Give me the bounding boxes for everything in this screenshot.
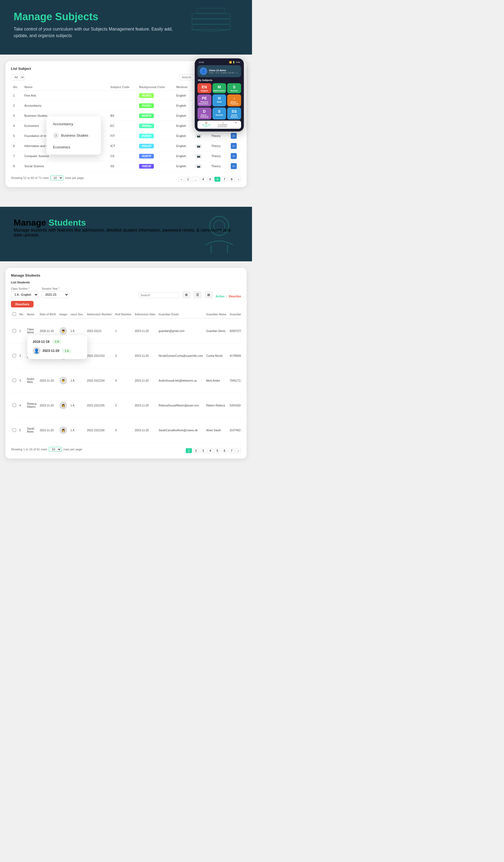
phone-subject-card[interactable]: PEPhysical Education... xyxy=(197,94,211,106)
subject-label: Music - Practical xyxy=(228,101,240,105)
col-admission: Admission Number xyxy=(85,311,114,318)
date-tooltip-row-1: 2018-11-19 1 A xyxy=(33,340,82,344)
cell-medium: English xyxy=(174,121,193,131)
students-grid-btn[interactable]: ⊞ xyxy=(205,291,212,298)
select-all-checkbox[interactable] xyxy=(13,312,16,316)
cell-check[interactable] xyxy=(11,393,18,418)
col-guardian-name: Guardian Name xyxy=(204,311,228,318)
subjects-filter-select[interactable]: All xyxy=(11,74,25,80)
subject-dropdown[interactable]: Accountancy 3Business Studies Economics xyxy=(47,117,101,155)
edit-btn[interactable]: ✏ xyxy=(231,153,237,159)
phone-subject-card[interactable]: SSSocial Science xyxy=(227,107,241,119)
cell-action[interactable]: ✏ xyxy=(228,161,241,171)
cell-action[interactable]: ✏ xyxy=(228,131,241,141)
row-checkbox[interactable] xyxy=(13,379,16,382)
students-showing-text: Showing 1 to 10 of 61 rows xyxy=(11,448,47,451)
cell-check[interactable] xyxy=(11,343,18,368)
section-spacer-1 xyxy=(0,194,252,200)
page-btn[interactable]: 6 xyxy=(214,177,220,182)
subjects-dashboard-card: List Subject All ⚙ ☰ + No. Name Subject … xyxy=(5,61,247,187)
page-btn[interactable]: › xyxy=(236,448,241,453)
page-btn[interactable]: › xyxy=(236,177,241,182)
subjects-pagination[interactable]: ‹1...45678› xyxy=(178,177,241,182)
deactives-button[interactable]: Deactives xyxy=(11,301,34,308)
row-checkbox[interactable] xyxy=(13,329,16,332)
edit-btn[interactable]: ✏ xyxy=(231,163,237,169)
session-year-select[interactable]: 2022-23 xyxy=(42,291,69,298)
subject-icon: SS xyxy=(228,109,240,114)
cell-code: SS xyxy=(108,161,137,171)
page-btn[interactable]: 1 xyxy=(186,448,192,453)
page-btn[interactable]: 7 xyxy=(228,448,235,453)
class-section-select[interactable]: 1 A - English xyxy=(11,291,38,298)
dropdown-item-accountancy[interactable]: Accountancy xyxy=(47,119,101,129)
students-rows-select[interactable]: 10 xyxy=(49,447,62,452)
phone-profile-sub: Class : 10 A - English | Vol No. : 1 xyxy=(209,72,237,74)
page-btn[interactable]: 1 xyxy=(185,177,191,182)
cell-action[interactable]: ✏ xyxy=(228,141,241,151)
edit-btn[interactable]: ✏ xyxy=(231,143,237,149)
phone-subject-card[interactable]: ♪Music - Practical xyxy=(227,94,241,106)
dropdown-item-economics[interactable]: Economics xyxy=(47,142,101,153)
cell-type: Theory xyxy=(209,151,228,161)
cell-name: Social Science xyxy=(22,161,108,171)
cell-check[interactable] xyxy=(11,368,18,393)
phone-subject-card[interactable]: SScience xyxy=(227,83,241,93)
row-checkbox[interactable] xyxy=(13,428,16,432)
page-btn[interactable]: 3 xyxy=(200,448,206,453)
phone-nav-home[interactable]: 🏠Home andCom... xyxy=(202,122,211,128)
subjects-rows-select[interactable]: 10 xyxy=(51,175,63,180)
dropdown-item-business[interactable]: 3Business Studies xyxy=(47,129,101,142)
students-pagination[interactable]: 1234567› xyxy=(186,448,241,453)
page-btn[interactable]: 5 xyxy=(214,448,220,453)
cell-medium: English xyxy=(174,141,193,151)
students-card-title: Manage Students xyxy=(11,273,241,277)
phone-subject-card[interactable]: HHindi xyxy=(212,94,226,106)
student-avatar: 👦 xyxy=(59,327,67,335)
page-btn[interactable]: 6 xyxy=(222,448,227,453)
cell-admission: 2022-2312155 xyxy=(85,393,114,418)
page-btn[interactable]: ... xyxy=(192,177,199,182)
page-btn[interactable]: 4 xyxy=(207,448,213,453)
cell-adm-date: 2023-11-20 xyxy=(133,343,157,368)
phone-nav-settings[interactable]: ⚙ xyxy=(235,122,237,128)
page-btn[interactable]: ‹ xyxy=(178,177,184,182)
cell-medium: English xyxy=(174,111,193,121)
page-btn[interactable]: 8 xyxy=(228,177,235,182)
cell-medium: English xyxy=(174,161,193,171)
cell-check[interactable] xyxy=(11,318,18,343)
page-btn[interactable]: 7 xyxy=(222,177,227,182)
table-row: 4 Rebeca Ribeiro 2023-11-20 👩 1 A 2022-2… xyxy=(11,393,241,418)
phone-subject-card[interactable]: ENEnglish xyxy=(197,83,211,93)
cell-adm-date: 2023-11-20 xyxy=(133,393,157,418)
phone-subject-card[interactable]: MMathematics xyxy=(212,83,226,93)
subject-label: Social Science xyxy=(228,114,240,118)
page-btn[interactable]: 4 xyxy=(200,177,206,182)
page-btn[interactable]: 2 xyxy=(193,448,199,453)
phone-subject-card[interactable]: SSanskrit xyxy=(212,107,226,119)
cell-name: Accountancy xyxy=(22,101,108,111)
subject-label: Sanskrit xyxy=(214,114,225,116)
row-checkbox[interactable] xyxy=(13,403,16,407)
active-btn[interactable]: Active xyxy=(216,295,225,298)
cell-check[interactable] xyxy=(11,418,18,443)
students-view-btn[interactable]: ☰ xyxy=(194,291,201,298)
phone-subject-card[interactable]: DDance - Practical xyxy=(197,107,211,119)
cell-action[interactable]: ✏ xyxy=(228,151,241,161)
subject-icon: S xyxy=(214,109,225,114)
edit-btn[interactable]: ✏ xyxy=(231,133,237,139)
phone-nav-foundation[interactable]: 📋Foundationof Informat... xyxy=(217,122,228,128)
row-checkbox[interactable] xyxy=(13,354,16,357)
cell-no: 2 xyxy=(11,101,22,111)
cell-color: #53ff79 xyxy=(137,111,174,121)
students-search-input[interactable] xyxy=(138,292,179,298)
col-dob: Date of Birth xyxy=(38,311,58,318)
cell-dob: 2023-11-20 xyxy=(38,368,58,393)
col-roll: Roll Number xyxy=(114,311,133,318)
cell-code: FIT xyxy=(108,131,137,141)
cell-color: #53e1ff xyxy=(137,141,174,151)
students-settings-btn[interactable]: ⚙ xyxy=(183,291,190,298)
page-btn[interactable]: 5 xyxy=(207,177,213,182)
deactive-btn[interactable]: Deactive xyxy=(229,295,241,298)
col-no: No. xyxy=(18,311,25,318)
